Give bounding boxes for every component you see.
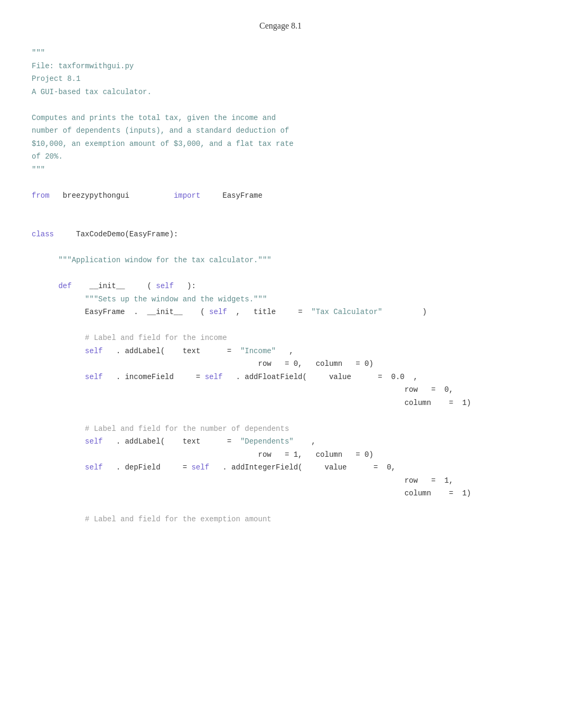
from-keyword: from xyxy=(32,191,50,200)
docstring-close: """ xyxy=(32,165,45,174)
col-1b: column = 1) xyxy=(405,489,471,497)
easyframe-name: EasyFrame xyxy=(222,191,263,200)
row-0: row = 0, xyxy=(405,385,453,394)
depfield-line: self . depField = self . addIntegerField… xyxy=(85,463,396,472)
row-col-1: row = 0, column = 0) xyxy=(258,360,373,368)
class-name: TaxCodeDemo(EasyFrame): xyxy=(76,230,178,238)
comment-dependents: # Label and field for the number of depe… xyxy=(85,425,289,433)
comment-income: # Label and field for the income xyxy=(85,334,227,342)
computes-line4: of 20%. xyxy=(32,152,63,161)
docstring-open: """ xyxy=(32,49,45,57)
page-title: Cengage 8.1 xyxy=(32,21,529,31)
self-addlabel1: self . addLabel( text = "Income" , xyxy=(85,347,294,355)
row-1: row = 1, xyxy=(405,476,453,485)
self-param: ( self ): xyxy=(147,282,195,290)
computes-line1: Computes and prints the total tax, given… xyxy=(32,114,276,122)
col-1: column = 1) xyxy=(405,399,471,407)
module-name: breezypythongui xyxy=(63,191,129,200)
import-keyword: import xyxy=(174,191,200,200)
incomefield-line: self . incomeField = self . addFloatFiel… xyxy=(85,373,418,381)
comment-exemption: # Label and field for the exemption amou… xyxy=(85,515,272,523)
easyframe-init: EasyFrame . __init__ ( self , title = "T… xyxy=(85,308,427,316)
desc-line: A GUI-based tax calculator. xyxy=(32,88,152,96)
class-docstring: """Application window for the tax calcul… xyxy=(58,256,271,264)
code-content: """ File: taxformwithgui.py Project 8.1 … xyxy=(32,47,529,526)
init-func: __init__ xyxy=(89,282,125,290)
def-docstring: """Sets up the window and the widgets.""… xyxy=(85,295,267,303)
computes-line2: number of dependents (inputs), and a sta… xyxy=(32,126,289,135)
row-col-2: row = 1, column = 0) xyxy=(258,450,373,459)
def-keyword: def xyxy=(58,282,71,290)
self-addlabel2: self . addLabel( text = "Dependents" , xyxy=(85,437,316,446)
computes-line3: $10,000, an exemption amount of $3,000, … xyxy=(32,140,294,148)
class-keyword: class xyxy=(32,230,54,238)
project-line: Project 8.1 xyxy=(32,75,80,83)
file-line: File: taxformwithgui.py xyxy=(32,62,134,70)
